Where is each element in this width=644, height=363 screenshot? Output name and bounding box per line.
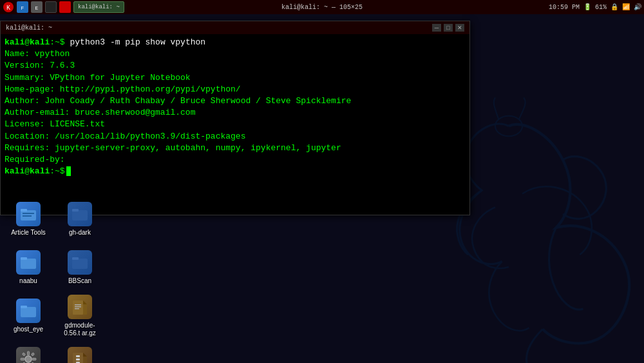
taskbar-center-title: kali@kali: ~ — 105×25 [281,4,363,11]
article-tools-label: Article Tools [11,229,46,237]
svg-rect-25 [75,306,81,308]
icon-wpcracker[interactable]: WPCracker [3,340,54,363]
svg-rect-26 [75,308,79,309]
svg-rect-19 [21,307,36,317]
gdmodule-tgz-icon [68,295,92,319]
svg-rect-16 [21,257,27,260]
svg-rect-38 [83,357,87,364]
bbscan-label: BBScan [68,277,91,285]
gh-dark-label: gh-dark [69,229,91,237]
taskbar-lock-icon: 🔒 [611,3,618,11]
terminal-minimize-button[interactable]: ─ [432,24,441,32]
taskbar-sound-icon: 🔊 [634,3,641,11]
taskbar-time: 10:59 PM [549,4,580,11]
taskbar-battery-icon: 🔋 [583,3,591,11]
kali-dragon-icon[interactable]: K [3,1,14,13]
svg-marker-37 [83,353,87,357]
bbscan-icon [68,250,92,275]
svg-rect-24 [75,304,81,306]
svg-text:E: E [35,5,39,11]
svg-rect-30 [21,358,24,360]
svg-rect-39 [76,355,80,357]
svg-text:K: K [6,5,10,12]
ghost-eye-icon [16,299,41,323]
svg-rect-28 [28,351,30,355]
taskbar-app-4[interactable] [59,1,71,13]
terminal-close-button[interactable]: ✕ [455,24,464,32]
terminal-controls[interactable]: ─ □ ✕ [432,24,464,32]
icon-bbscan[interactable]: BBScan [54,243,106,291]
svg-rect-20 [21,306,27,308]
svg-rect-15 [21,259,36,269]
svg-point-27 [25,356,32,362]
ghost-eye-label: ghost_eye [14,326,43,333]
svg-rect-33 [32,353,35,356]
taskbar-right: 10:59 PM 🔋 61% 🔒 📶 🔊 [549,3,641,11]
taskbar-app-1[interactable]: F [17,1,28,13]
svg-rect-7 [61,3,70,12]
svg-rect-10 [21,209,27,211]
svg-rect-14 [72,209,79,211]
svg-rect-21 [73,300,83,315]
svg-rect-31 [32,358,36,360]
svg-rect-18 [72,257,79,260]
naabu-label: naabu [19,277,37,285]
terminal-maximize-button[interactable]: □ [444,24,453,32]
svg-rect-11 [23,213,34,214]
taskbar-app-3[interactable] [45,1,57,13]
taskbar: K F E kali@kali: ~ kali@kali: ~ — 105×25… [0,0,644,14]
svg-marker-22 [83,300,87,304]
article-tools-icon [16,202,41,226]
icon-gdmodule-tgz[interactable]: gdmodule-0.56.t ar.gz [54,291,106,340]
svg-rect-12 [23,215,32,217]
gdmodule-tgz-label: gdmodule-0.56.t ar.gz [57,322,103,337]
taskbar-network-icon: 📶 [622,3,630,11]
svg-rect-32 [23,353,26,356]
icon-article-tools[interactable]: Article Tools [3,195,54,243]
svg-rect-40 [76,358,80,360]
taskbar-terminal-active[interactable]: kali@kali: ~ [73,1,124,13]
wpcracker-icon [16,347,41,364]
icon-naabu[interactable]: naabu [3,243,54,291]
icon-ghost-eye[interactable]: ghost_eye [3,291,54,340]
icon-gh-dark[interactable]: gh-dark [54,195,106,243]
svg-rect-17 [72,259,88,269]
taskbar-left: K F E kali@kali: ~ [3,1,124,13]
naabu-icon [16,250,41,275]
svg-rect-6 [47,3,55,11]
icon-gdmodule[interactable]: gdmodule-0.56 [54,340,106,363]
desktop: kali@kali: ~ ─ □ ✕ kali@kali:~$ python3 … [0,14,644,363]
taskbar-battery-pct: 61% [595,4,607,11]
svg-rect-13 [72,210,88,221]
gdmodule-icon [68,347,92,364]
svg-rect-23 [83,304,87,315]
svg-text:F: F [21,5,24,11]
desktop-icons-area: Article Tools gh-dark naabu BBScan [0,14,113,363]
gh-dark-icon [68,202,92,226]
taskbar-app-2[interactable]: E [31,1,43,13]
